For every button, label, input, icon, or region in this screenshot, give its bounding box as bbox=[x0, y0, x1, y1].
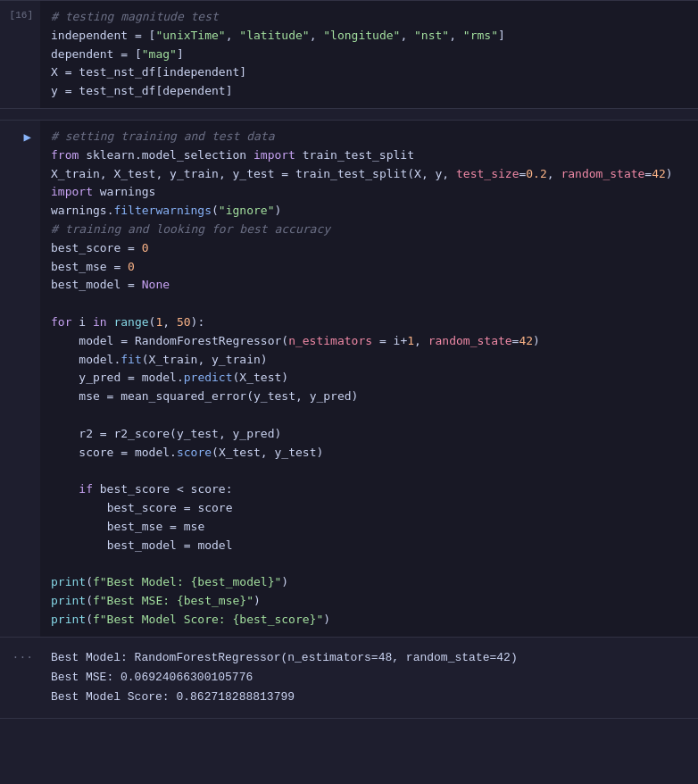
code-variable: y bbox=[51, 84, 58, 97]
cell-16-content[interactable]: # testing magnitude test independent = [… bbox=[40, 1, 698, 108]
output-gutter: ... bbox=[0, 645, 40, 711]
notebook: [16] # testing magnitude test independen… bbox=[0, 0, 698, 737]
bottom-spacer bbox=[0, 719, 698, 737]
code-variable: X bbox=[51, 65, 58, 79]
cell-16-number: [16] bbox=[10, 8, 33, 21]
run-button[interactable]: ▶ bbox=[22, 128, 33, 146]
cell-16-gutter: [16] bbox=[0, 1, 40, 108]
cell-17-content[interactable]: # setting training and test data from sk… bbox=[40, 121, 698, 637]
code-variable: dependent bbox=[51, 47, 113, 61]
code-variable: independent bbox=[51, 29, 128, 42]
code-comment: # setting training and test data bbox=[51, 129, 274, 143]
cell-17: ▶ # setting training and test data from … bbox=[0, 120, 698, 638]
output-line-1: Best Model: RandomForestRegressor(n_esti… bbox=[51, 648, 687, 668]
output-line-3: Best Model Score: 0.862718288813799 bbox=[51, 688, 687, 707]
cell-17-output: ... Best Model: RandomForestRegressor(n_… bbox=[0, 638, 698, 719]
output-line-2: Best MSE: 0.06924066300105776 bbox=[51, 668, 687, 688]
output-dots: ... bbox=[12, 646, 33, 662]
code-comment: # testing magnitude test bbox=[51, 10, 219, 23]
cell-16: [16] # testing magnitude test independen… bbox=[0, 0, 698, 109]
output-content: Best Model: RandomForestRegressor(n_esti… bbox=[40, 645, 698, 711]
cell-spacer bbox=[0, 109, 698, 120]
cell-17-gutter: ▶ bbox=[0, 121, 40, 637]
